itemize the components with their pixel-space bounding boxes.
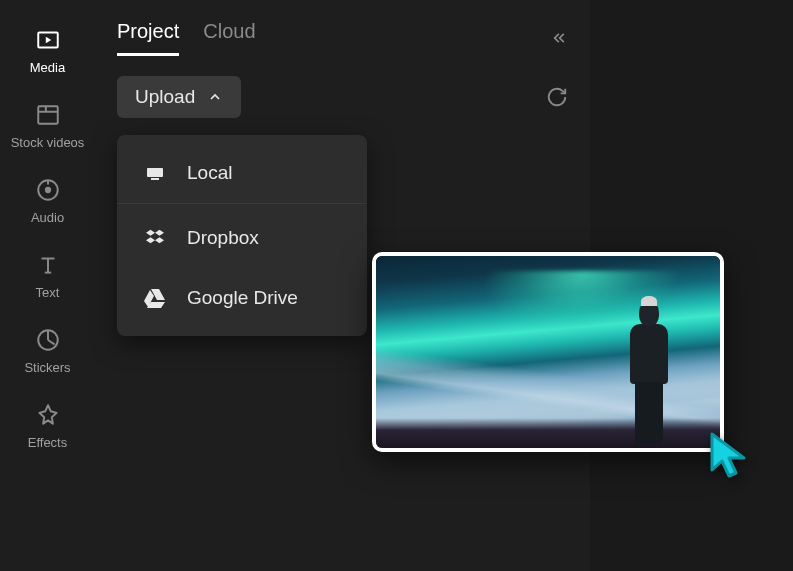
upload-button[interactable]: Upload [117, 76, 241, 118]
refresh-icon[interactable] [546, 86, 568, 108]
upload-label: Upload [135, 86, 195, 108]
effects-icon [34, 401, 62, 429]
sidebar-item-media[interactable]: Media [0, 18, 95, 83]
chevron-up-icon [207, 89, 223, 105]
google-drive-icon [143, 286, 167, 310]
sidebar: Media Stock videos Audio [0, 0, 95, 571]
audio-icon [34, 176, 62, 204]
stock-videos-icon [34, 101, 62, 129]
sidebar-item-label: Media [30, 60, 65, 75]
cursor-pointer-icon [708, 430, 754, 482]
dropdown-item-label: Dropbox [187, 227, 259, 249]
upload-dropdown: Local Dropbox Google Drive [117, 135, 367, 336]
sidebar-item-label: Audio [31, 210, 64, 225]
media-icon [34, 26, 62, 54]
svg-point-5 [45, 188, 49, 192]
dropdown-item-label: Google Drive [187, 287, 298, 309]
sidebar-item-label: Stock videos [11, 135, 85, 150]
svg-rect-13 [147, 168, 163, 177]
svg-rect-14 [151, 178, 159, 180]
tab-project[interactable]: Project [117, 20, 179, 56]
dropdown-item-dropbox[interactable]: Dropbox [117, 208, 367, 268]
sidebar-item-effects[interactable]: Effects [0, 393, 95, 458]
local-icon [143, 161, 167, 185]
text-icon [34, 251, 62, 279]
dropdown-item-google-drive[interactable]: Google Drive [117, 268, 367, 328]
tab-cloud[interactable]: Cloud [203, 20, 255, 56]
sidebar-item-label: Text [36, 285, 60, 300]
sidebar-item-stickers[interactable]: Stickers [0, 318, 95, 383]
media-preview-thumbnail[interactable] [372, 252, 724, 452]
sidebar-item-stock-videos[interactable]: Stock videos [0, 93, 95, 158]
sidebar-item-audio[interactable]: Audio [0, 168, 95, 233]
sidebar-item-label: Stickers [24, 360, 70, 375]
sidebar-item-text[interactable]: Text [0, 243, 95, 308]
dropdown-item-label: Local [187, 162, 232, 184]
dropbox-icon [143, 226, 167, 250]
stickers-icon [34, 326, 62, 354]
svg-rect-1 [38, 106, 58, 123]
dropdown-item-local[interactable]: Local [117, 143, 367, 204]
sidebar-item-label: Effects [28, 435, 68, 450]
tabs: Project Cloud [117, 20, 256, 56]
collapse-panel-icon[interactable] [548, 28, 568, 48]
svg-line-12 [48, 340, 55, 344]
